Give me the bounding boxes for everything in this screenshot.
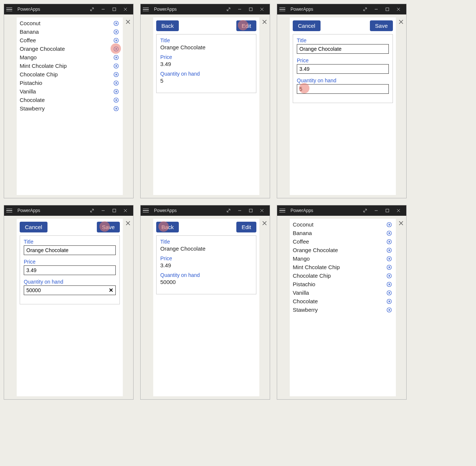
input-title[interactable] bbox=[24, 245, 116, 255]
list-item[interactable]: Coconut bbox=[290, 220, 396, 229]
list-item[interactable]: Coffee bbox=[17, 36, 123, 44]
hamburger-icon[interactable] bbox=[279, 7, 285, 11]
back-button[interactable]: Back bbox=[156, 20, 179, 31]
hamburger-icon[interactable] bbox=[6, 209, 12, 213]
arrow-right-circle-icon[interactable] bbox=[386, 230, 392, 236]
arrow-right-circle-icon[interactable] bbox=[386, 264, 392, 270]
arrow-right-circle-icon[interactable] bbox=[113, 46, 119, 52]
arrow-right-circle-icon[interactable] bbox=[386, 247, 392, 253]
list-item[interactable]: Mint Chcolate Chip bbox=[290, 263, 396, 271]
arrow-right-circle-icon[interactable] bbox=[113, 29, 119, 35]
maximize-icon[interactable] bbox=[245, 205, 256, 216]
maximize-icon[interactable] bbox=[109, 4, 120, 14]
arrow-right-circle-icon[interactable] bbox=[113, 37, 119, 43]
expand-icon[interactable] bbox=[360, 4, 371, 14]
arrow-right-circle-icon[interactable] bbox=[113, 80, 119, 86]
app-title: PowerApps bbox=[290, 208, 313, 213]
arrow-right-circle-icon[interactable] bbox=[113, 72, 119, 77]
hamburger-icon[interactable] bbox=[143, 7, 149, 11]
arrow-right-circle-icon[interactable] bbox=[113, 63, 119, 69]
close-window-icon[interactable] bbox=[393, 205, 404, 216]
list-item[interactable]: Coconut bbox=[17, 19, 123, 27]
cancel-button[interactable]: Cancel bbox=[20, 222, 47, 232]
hamburger-icon[interactable] bbox=[6, 7, 12, 11]
list-item[interactable]: Mint Chcolate Chip bbox=[17, 62, 123, 70]
arrow-right-circle-icon[interactable] bbox=[113, 54, 119, 60]
list-item[interactable]: Orange Chocolate bbox=[290, 246, 396, 254]
input-qty[interactable] bbox=[24, 285, 116, 295]
arrow-right-circle-icon[interactable] bbox=[386, 222, 392, 228]
close-window-icon[interactable] bbox=[256, 205, 267, 216]
list-item[interactable]: Banana bbox=[290, 229, 396, 237]
arrow-right-circle-icon[interactable] bbox=[386, 298, 392, 304]
arrow-right-circle-icon[interactable] bbox=[386, 281, 392, 287]
list-item[interactable]: Banana bbox=[17, 27, 123, 36]
close-panel-icon[interactable] bbox=[262, 220, 267, 228]
minimize-icon[interactable] bbox=[234, 205, 245, 216]
arrow-right-circle-icon[interactable] bbox=[386, 307, 392, 313]
minimize-icon[interactable] bbox=[98, 4, 109, 14]
list-item[interactable]: Chocolate Chip bbox=[290, 271, 396, 280]
minimize-icon[interactable] bbox=[371, 205, 382, 216]
close-panel-icon[interactable] bbox=[262, 19, 267, 26]
close-window-icon[interactable] bbox=[393, 4, 404, 14]
list-item[interactable]: Vanilla bbox=[290, 288, 396, 297]
list-item[interactable]: Chocolate bbox=[290, 297, 396, 305]
input-title[interactable] bbox=[297, 44, 389, 54]
arrow-right-circle-icon[interactable] bbox=[386, 273, 392, 279]
close-panel-icon[interactable] bbox=[398, 19, 404, 26]
close-window-icon[interactable] bbox=[120, 4, 131, 14]
maximize-icon[interactable] bbox=[382, 205, 393, 216]
list-item[interactable]: Mango bbox=[17, 53, 123, 62]
input-qty[interactable] bbox=[297, 84, 389, 94]
arrow-right-circle-icon[interactable] bbox=[386, 239, 392, 245]
save-button[interactable]: Save bbox=[97, 222, 120, 232]
close-panel-icon[interactable] bbox=[398, 220, 404, 228]
value-price: 3.49 bbox=[160, 61, 252, 67]
edit-button[interactable]: Edit bbox=[236, 20, 256, 31]
edit-button[interactable]: Edit bbox=[236, 222, 256, 232]
minimize-icon[interactable] bbox=[98, 205, 109, 216]
hamburger-icon[interactable] bbox=[143, 209, 149, 213]
close-window-icon[interactable] bbox=[256, 4, 267, 14]
list-item[interactable]: Pistachio bbox=[17, 79, 123, 87]
maximize-icon[interactable] bbox=[109, 205, 120, 216]
minimize-icon[interactable] bbox=[371, 4, 382, 14]
arrow-right-circle-icon[interactable] bbox=[113, 89, 119, 95]
list-item[interactable]: Vanilla bbox=[17, 87, 123, 96]
expand-icon[interactable] bbox=[223, 205, 234, 216]
list-item[interactable]: Stawberry bbox=[17, 104, 123, 113]
list-item[interactable]: Coffee bbox=[290, 237, 396, 246]
arrow-right-circle-icon[interactable] bbox=[113, 20, 119, 26]
value-title: Orange Chocolate bbox=[160, 245, 252, 252]
arrow-right-circle-icon[interactable] bbox=[386, 290, 392, 296]
expand-icon[interactable] bbox=[360, 205, 371, 216]
maximize-icon[interactable] bbox=[245, 4, 256, 14]
list-item[interactable]: Stawberry bbox=[290, 305, 396, 314]
expand-icon[interactable] bbox=[86, 205, 98, 216]
back-button[interactable]: Back bbox=[156, 222, 179, 232]
expand-icon[interactable] bbox=[86, 4, 98, 14]
arrow-right-circle-icon[interactable] bbox=[113, 106, 119, 112]
clear-input-icon[interactable]: ✕ bbox=[109, 287, 114, 294]
list-item-label: Chocolate Chip bbox=[20, 71, 113, 77]
list-item[interactable]: Chocolate bbox=[17, 96, 123, 104]
close-panel-icon[interactable] bbox=[125, 19, 131, 26]
hamburger-icon[interactable] bbox=[279, 209, 285, 213]
close-window-icon[interactable] bbox=[120, 205, 131, 216]
list-item[interactable]: Pistachio bbox=[290, 280, 396, 288]
cancel-button[interactable]: Cancel bbox=[293, 20, 321, 31]
list-item[interactable]: Orange Chocolate bbox=[17, 44, 123, 53]
arrow-right-circle-icon[interactable] bbox=[113, 97, 119, 103]
input-price[interactable] bbox=[297, 64, 389, 74]
input-price[interactable] bbox=[24, 265, 116, 275]
arrow-right-circle-icon[interactable] bbox=[386, 256, 392, 262]
titlebar: PowerApps bbox=[277, 205, 406, 216]
list-item[interactable]: Chocolate Chip bbox=[17, 70, 123, 79]
minimize-icon[interactable] bbox=[234, 4, 245, 14]
save-button[interactable]: Save bbox=[370, 20, 393, 31]
maximize-icon[interactable] bbox=[382, 4, 393, 14]
list-item[interactable]: Mango bbox=[290, 254, 396, 263]
close-panel-icon[interactable] bbox=[125, 220, 131, 228]
expand-icon[interactable] bbox=[223, 4, 234, 14]
